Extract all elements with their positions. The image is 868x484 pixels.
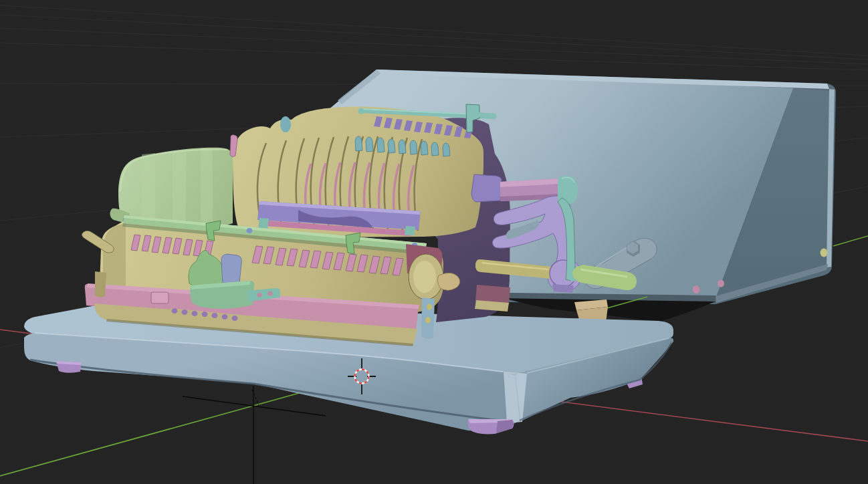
cover-knob-yellow bbox=[821, 249, 828, 257]
crank-handle-ball bbox=[572, 267, 582, 279]
bracket-dot-2 bbox=[425, 318, 431, 324]
fork-collar bbox=[552, 284, 574, 293]
top-teal-pin bbox=[280, 116, 291, 132]
rail-ball-left bbox=[358, 108, 364, 114]
cover-knob-pink-left bbox=[693, 285, 700, 293]
viewport-window bbox=[0, 0, 868, 484]
end-wing-knob bbox=[437, 273, 459, 290]
axle-block bbox=[471, 174, 502, 202]
rail-bolt-1 bbox=[247, 228, 253, 233]
left-hanging-tab bbox=[95, 271, 106, 297]
plate-foot-left bbox=[56, 361, 82, 373]
cover-knob-pink-right bbox=[718, 280, 724, 287]
rail-ball-right bbox=[491, 114, 497, 120]
band-button bbox=[151, 292, 169, 304]
mount-dot-2 bbox=[268, 291, 273, 296]
drive-rod-cap bbox=[475, 259, 482, 271]
viewport-canvas[interactable] bbox=[0, 0, 868, 484]
mount-dot-1 bbox=[257, 293, 262, 297]
bracket-dot-1 bbox=[427, 304, 432, 310]
bell-blue-part bbox=[221, 254, 241, 285]
setting-drum-stripes bbox=[142, 148, 213, 229]
